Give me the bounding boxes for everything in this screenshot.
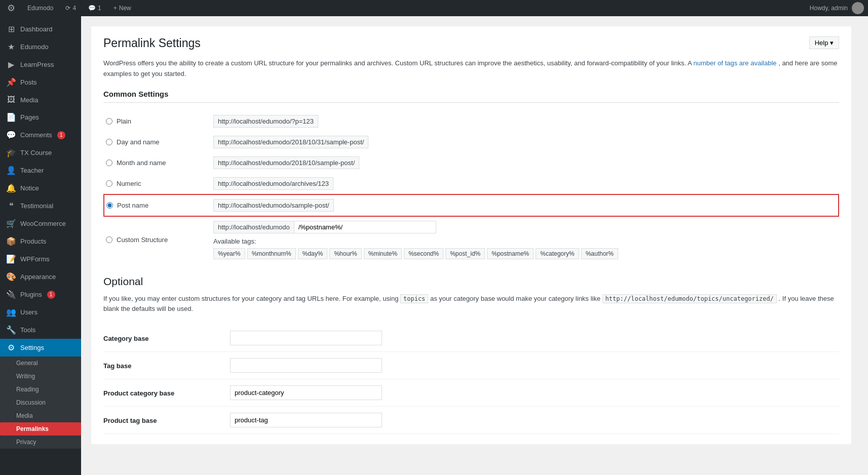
tag-category[interactable]: %category% [536,248,579,259]
category-base-input[interactable] [230,331,382,345]
sidebar-item-posts[interactable]: 📌 Posts [0,73,81,91]
plugins-icon: 🔌 [6,290,16,299]
submenu-permalinks[interactable]: Permalinks [0,422,81,436]
plain-radio[interactable] [106,118,112,125]
tag-minute[interactable]: %minute% [364,248,402,259]
posts-icon: 📌 [6,77,16,87]
plain-label[interactable]: Plain [106,117,203,125]
tag-year[interactable]: %year% [213,248,245,259]
permalink-options-table: Plain http://localhost/edumodo/?p=123 [103,111,839,263]
product-tag-base-label: Product tag base [103,417,157,424]
sidebar-item-woocommerce[interactable]: 🛒 WooCommerce [0,215,81,232]
submenu-reading[interactable]: Reading [0,383,81,396]
sidebar-label-tools: Tools [20,326,35,334]
sidebar-item-teacher[interactable]: 👤 Teacher [0,162,81,179]
day-and-name-radio[interactable] [106,139,112,145]
custom-radio[interactable] [106,236,112,243]
month-and-name-radio[interactable] [106,160,112,166]
tag-second[interactable]: %second% [404,248,443,259]
sidebar-item-testimonial[interactable]: ❝ Testimonial [0,197,81,215]
sidebar-item-media[interactable]: 🖼 Media [0,91,81,108]
sidebar-item-tools[interactable]: 🔧 Tools [0,321,81,339]
product-category-base-input[interactable] [230,385,382,400]
submenu-media[interactable]: Media [0,409,81,422]
plain-url: http://localhost/edumodo/?p=123 [213,115,318,128]
sidebar-label-comments: Comments [20,131,52,139]
post-name-url: http://localhost/edumodo/sample-post/ [213,199,334,212]
custom-structure-label[interactable]: Custom Structure [106,236,203,244]
sidebar-item-comments[interactable]: 💬 Comments 1 [0,126,81,144]
sidebar-item-learnpress[interactable]: ▶ LearnPress [0,56,81,73]
admin-bar: ⚙ Edumodo ⟳ 4 💬 1 + New Howdy, admin [0,0,868,16]
comments-icon: 💬 [88,5,96,12]
wp-logo-button[interactable]: ⚙ [4,0,18,16]
tag-author[interactable]: %author% [581,248,618,259]
sidebar-label-notice: Notice [20,184,39,192]
tag-base-input[interactable] [230,358,382,373]
sidebar-item-tx-course[interactable]: 🎓 TX Course [0,144,81,162]
sidebar-label-posts: Posts [20,78,37,86]
option-custom-structure: Custom Structure http://localhost/edumod… [104,216,839,263]
sidebar-item-notice[interactable]: 🔔 Notice [0,179,81,197]
page-description: WordPress offers you the ability to crea… [103,58,839,80]
submenu-privacy[interactable]: Privacy [0,436,81,449]
tag-postname[interactable]: %postname% [487,248,534,259]
post-name-radio[interactable] [106,202,113,209]
settings-submenu: General Writing Reading Discussion Media… [0,357,81,449]
optional-fields-table: Category base Tag base [103,325,839,434]
updates-button[interactable]: ⟳ 4 [62,0,79,16]
comments-count: 1 [98,5,101,12]
tag-base-row: Tag base [103,352,839,379]
custom-structure-field[interactable] [294,221,436,233]
site-name-button[interactable]: Edumodo [24,0,56,16]
sidebar-item-edumodo[interactable]: ★ Edumodo [0,38,81,56]
help-button[interactable]: Help ▾ [809,36,839,49]
custom-base-display: http://localhost/edumodo [213,221,294,233]
optional-url-code: http://localhost/edumodo/topics/uncatego… [602,294,777,303]
new-content-button[interactable]: + New [110,0,134,16]
woocommerce-icon: 🛒 [6,219,16,228]
available-tags-label: Available tags: %year% %monthnum% %day% … [213,238,837,259]
tag-monthnum[interactable]: %monthnum% [247,248,296,259]
number-of-tags-link[interactable]: number of tags are available [693,59,776,67]
post-name-label[interactable]: Post name [106,202,203,209]
sidebar-item-dashboard[interactable]: ⊞ Dashboard [0,20,81,38]
learnpress-icon: ▶ [6,60,16,69]
product-tag-base-row: Product tag base [103,407,839,434]
submenu-discussion[interactable]: Discussion [0,396,81,409]
admin-avatar [852,2,864,14]
category-base-row: Category base [103,325,839,352]
comments-button[interactable]: 💬 1 [85,0,104,16]
sidebar-label-media: Media [20,96,38,104]
sidebar-label-wpforms: WPForms [20,255,50,263]
numeric-label[interactable]: Numeric [106,180,203,187]
tag-post-id[interactable]: %post_id% [445,248,485,259]
numeric-radio[interactable] [106,180,112,187]
appearance-icon: 🎨 [6,272,16,282]
option-plain: Plain http://localhost/edumodo/?p=123 [104,111,839,132]
sidebar-label-woocommerce: WooCommerce [20,220,66,227]
notice-icon: 🔔 [6,183,16,193]
submenu-general[interactable]: General [0,357,81,370]
sidebar-item-pages[interactable]: 📄 Pages [0,108,81,126]
submenu-writing[interactable]: Writing [0,370,81,383]
sidebar-item-users[interactable]: 👥 Users [0,303,81,321]
sidebar-item-wpforms[interactable]: 📝 WPForms [0,250,81,268]
sidebar-label-pages: Pages [20,113,39,121]
sidebar-item-settings[interactable]: ⚙ Settings [0,339,81,357]
media-icon: 🖼 [6,95,16,104]
sidebar-item-products[interactable]: 📦 Products [0,232,81,250]
tag-hour[interactable]: %hour% [329,248,361,259]
sidebar-label-plugins: Plugins [20,291,42,298]
day-and-name-label[interactable]: Day and name [106,138,203,146]
sidebar-item-plugins[interactable]: 🔌 Plugins 1 [0,286,81,303]
month-and-name-label[interactable]: Month and name [106,159,203,167]
comments-badge: 1 [57,131,65,139]
numeric-url: http://localhost/edumodo/archives/123 [213,177,333,190]
users-icon: 👥 [6,307,16,317]
sidebar-item-appearance[interactable]: 🎨 Appearance [0,268,81,286]
tag-day[interactable]: %day% [298,248,328,259]
page-title: Permalink Settings [103,36,201,50]
sidebar-label-edumodo: Edumodo [20,43,49,51]
product-tag-base-input[interactable] [230,413,382,427]
